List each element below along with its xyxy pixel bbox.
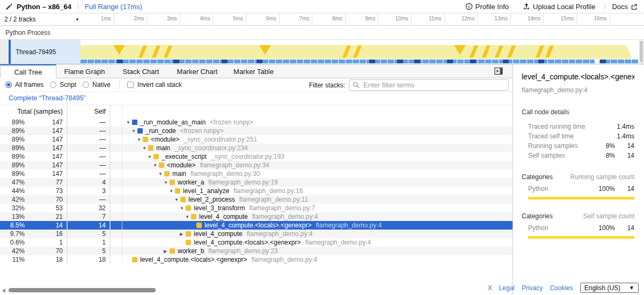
horizontal-scrollbar[interactable] (0, 286, 510, 294)
process-track-header[interactable]: Python Process (0, 26, 644, 40)
collapse-icon[interactable]: ▼ (185, 215, 191, 219)
self-samples: — (63, 153, 106, 160)
horizontal-scrollbar-thumb[interactable] (9, 288, 156, 292)
tracks-dropdown[interactable]: 2 / 2 tracks ▼ (4, 13, 79, 25)
profile-info-button[interactable]: Profile Info (465, 3, 509, 11)
category-percent: 100% (592, 185, 615, 193)
total-samples: 14 (25, 222, 63, 229)
collapse-icon[interactable]: ▼ (148, 154, 153, 159)
collapse-icon[interactable]: ▼ (174, 197, 180, 202)
collapse-icon[interactable]: ▼ (153, 163, 159, 168)
file-location: flamegraph_demo.py:30 (191, 170, 260, 178)
total-samples: 147 (25, 136, 63, 143)
total-percent: 89% (0, 119, 25, 126)
tab-call-tree[interactable]: Call Tree (0, 64, 56, 79)
footer-link-legal[interactable]: Legal (499, 284, 515, 292)
file-location: flamegraph_demo.py:4 (251, 256, 317, 263)
total-percent: 89% (0, 144, 25, 152)
full-range-button[interactable]: Full Range (17ms) (85, 3, 142, 11)
tab-marker-chart[interactable]: Marker Chart (169, 64, 225, 78)
tree-row[interactable]: 44%733▼level_1_analyzeflamegraph_demo.py… (0, 187, 513, 195)
sidebar-function-title: level_4_compute.<locals>.<genex… (522, 72, 634, 81)
footer-link-cookies[interactable]: Cookies (550, 284, 573, 292)
tree-cell: ▼mainflamegraph_demo.py:30 (122, 170, 513, 178)
file-location: flamegraph_demo.py:16 (233, 187, 303, 195)
tree-row[interactable]: 47%774▼worker_aflamegraph_demo.py:19 (0, 178, 513, 187)
sidebar-toggle-icon[interactable] (494, 67, 503, 75)
tree-row[interactable]: 42%70—▼level_2_processflamegraph_demo.py… (0, 195, 513, 204)
ruler-gridline (610, 13, 610, 25)
category-label: Python (528, 224, 592, 232)
tree-row[interactable]: 13%217▼level_4_computeflamegraph_demo.py… (0, 212, 513, 221)
file-location: flamegraph_demo.py:4 (247, 230, 313, 238)
tree-row[interactable]: 11%1818level_4_compute.<locals>.<genexpr… (0, 255, 513, 264)
docs-link[interactable]: Docs (612, 3, 638, 11)
tab-flame-graph[interactable]: Flame Graph (56, 64, 113, 78)
collapse-icon[interactable]: ▼ (131, 129, 137, 134)
call-node-sidebar: level_4_compute.<locals>.<genex… flamegr… (513, 64, 644, 295)
detail-row: Traced self time1.4ms (522, 131, 634, 141)
upload-profile-button[interactable]: Upload Local Profile (523, 3, 595, 11)
collapse-icon[interactable]: ▼ (164, 180, 170, 185)
category-square-icon (186, 231, 191, 237)
tree-row[interactable]: 8.5%1414level_4_compute.<locals>.<genexp… (0, 221, 513, 230)
file-location: flamegraph_demo.py:19 (208, 179, 277, 186)
detail-row: Self samples8%14 (522, 151, 634, 160)
expand-icon[interactable]: ▶ (180, 232, 186, 237)
timeline-header: 2 / 2 tracks ▼ 1ms2ms3ms4ms5ms6ms7ms8ms9… (0, 13, 644, 26)
thread-activity-graph[interactable] (80, 40, 639, 64)
detail-percent: 8% (592, 152, 615, 159)
tree-cell: ▶worker_bflamegraph_demo.py:23 (122, 247, 513, 255)
tab-stack-chart[interactable]: Stack Chart (113, 64, 169, 78)
collapse-icon[interactable]: ▼ (142, 146, 148, 151)
tree-row[interactable]: 89%147—▼mainflamegraph_demo.py:30 (0, 169, 513, 178)
vertical-scrollbar[interactable] (639, 40, 644, 64)
tree-row[interactable]: 89%147—▼<module>flamegraph_demo.py:34 (0, 161, 513, 169)
file-location: flamegraph_demo.py:23 (208, 247, 277, 255)
ruler-tick-label: 10ms (376, 16, 408, 21)
categories-count-type: Self sample count (553, 212, 634, 220)
self-samples: — (63, 170, 106, 178)
file-location: <frozen runpy> (180, 127, 224, 135)
collapse-icon[interactable]: ▼ (137, 137, 143, 142)
tree-row[interactable]: 42%705▶worker_bflamegraph_demo.py:23 (0, 247, 513, 255)
tree-row[interactable]: 32%5332▼level_3_transformflamegraph_demo… (0, 204, 513, 212)
radio-all-frames[interactable]: All frames (5, 81, 43, 88)
category-value: 14 (615, 224, 634, 232)
collapse-icon[interactable]: ▼ (169, 189, 175, 194)
tree-row[interactable]: 9.7%165▶level_4_computeflamegraph_demo.p… (0, 230, 513, 238)
radio-script[interactable]: Script (50, 81, 76, 88)
tree-row[interactable]: 89%147—▼<module>_sync_coordinator.py:251 (0, 135, 513, 144)
category-square-icon (175, 188, 180, 194)
tree-row[interactable]: 89%147—▼_run_code<frozen runpy> (0, 127, 513, 135)
collapse-icon[interactable]: ▼ (126, 120, 132, 125)
ruler-tick-label: 5ms (211, 16, 243, 21)
language-select[interactable]: English (US) ▼ (580, 283, 639, 293)
file-location: flamegraph_demo.py:11 (239, 196, 309, 203)
breadcrumb-root-link[interactable]: Complete “Thread-78495” (9, 94, 86, 102)
call-tree-header: Total (samples) Self (0, 105, 513, 118)
expand-icon[interactable]: ▶ (164, 249, 170, 254)
tree-row[interactable]: 0.6%11level_4_compute.<locals>.<genexpr>… (0, 238, 513, 247)
call-node-details: Traced running time1.4msTraced self time… (522, 122, 634, 160)
footer-link-privacy[interactable]: Privacy (522, 284, 543, 292)
collapse-icon[interactable]: ▼ (180, 206, 186, 211)
tree-row[interactable]: 89%147—▼main_sync_coordinator.py:234 (0, 144, 513, 152)
tree-row[interactable]: 89%147—▼_execute_script_sync_coordinator… (0, 152, 513, 161)
close-footer-link[interactable]: X (488, 284, 492, 292)
total-samples: 147 (25, 170, 63, 178)
tab-marker-table[interactable]: Marker Table (225, 64, 282, 78)
tree-row[interactable]: 89%147—▼_run_module_as_main<frozen runpy… (0, 118, 513, 127)
thread-track-label[interactable]: Thread-78495 (11, 40, 80, 64)
scroll-left-arrow-icon[interactable] (2, 289, 5, 293)
column-header-self[interactable]: Self (63, 108, 106, 115)
vertical-scrollbar-thumb[interactable] (640, 41, 643, 62)
category-square-icon (137, 128, 143, 134)
collapse-icon[interactable]: ▼ (158, 172, 164, 176)
filter-input[interactable] (349, 79, 509, 91)
column-header-total[interactable]: Total (samples) (0, 108, 63, 115)
radio-native[interactable]: Native (83, 81, 111, 88)
invert-call-stack-checkbox[interactable]: Invert call stack (127, 81, 182, 88)
tree-cell: ▼_run_module_as_main<frozen runpy> (122, 119, 513, 126)
edit-profile-name-icon[interactable] (5, 3, 12, 10)
